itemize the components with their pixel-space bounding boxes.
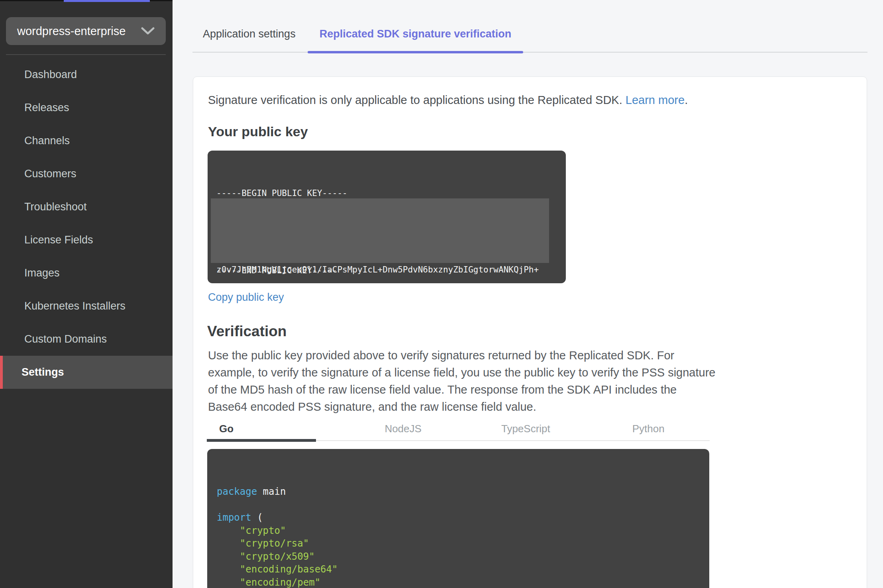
copy-public-key-link[interactable]: Copy public key [208, 291, 284, 304]
code-token: "crypto/x509" [217, 551, 315, 562]
sidebar-item-dashboard[interactable]: Dashboard [0, 58, 173, 91]
public-key-block: -----BEGIN PUBLIC KEY----- MIIBIjANBgkqh… [208, 151, 566, 283]
tab-replicated-sdk-signature-verification[interactable]: Replicated SDK signature verification [308, 16, 524, 52]
code-token: "crypto/rsa" [217, 538, 309, 549]
intro-line: Signature verification is only applicabl… [208, 94, 688, 107]
sidebar-item-kubernetes-installers[interactable]: Kubernetes Installers [0, 290, 173, 323]
sidebar-item-license-fields[interactable]: License Fields [0, 223, 173, 257]
chevron-down-icon [141, 27, 155, 35]
tab-application-settings[interactable]: Application settings [192, 16, 308, 52]
code-line: "crypto" [217, 524, 709, 537]
signature-verification-card: Signature verification is only applicabl… [193, 76, 867, 588]
sidebar-item-channels[interactable]: Channels [0, 124, 173, 157]
code-line: "crypto/rsa" [217, 537, 709, 550]
verification-heading: Verification [207, 323, 286, 340]
code-token: package [217, 486, 257, 497]
code-tab-nodejs[interactable]: NodeJS [342, 417, 465, 440]
code-line: "encoding/pem" [217, 576, 709, 588]
sidebar-item-custom-domains[interactable]: Custom Domains [0, 323, 173, 356]
code-content: package main import ( "crypto" "crypto/r… [217, 485, 709, 588]
public-key-end-line: -----END PUBLIC KEY----- [216, 264, 337, 277]
learn-more-link[interactable]: Learn more [626, 94, 685, 106]
code-tab-python[interactable]: Python [587, 417, 710, 440]
sidebar-item-customers[interactable]: Customers [0, 157, 173, 190]
verification-paragraph: Use the public key provided above to ver… [208, 347, 717, 416]
app-selector-label: wordpress-enterprise [17, 25, 141, 38]
sidebar-divider [6, 54, 166, 55]
code-block: package main import ( "crypto" "crypto/r… [207, 449, 709, 588]
code-language-tabs: Go NodeJS TypeScript Python [207, 417, 710, 441]
code-line: package main [217, 485, 709, 498]
code-line: import ( [217, 511, 709, 524]
code-token: "encoding/base64" [217, 564, 338, 575]
code-tab-typescript[interactable]: TypeScript [465, 417, 587, 440]
code-token: "crypto" [217, 525, 286, 536]
sidebar-item-images[interactable]: Images [0, 257, 173, 290]
code-token: import [217, 512, 251, 523]
code-token: "encoding/pem" [217, 577, 320, 588]
public-key-redacted-region [211, 198, 549, 263]
code-line: "crypto/x509" [217, 550, 709, 563]
settings-tabs: Application settings Replicated SDK sign… [192, 16, 867, 53]
sidebar-item-troubleshoot[interactable]: Troubleshoot [0, 190, 173, 223]
app-selector-dropdown[interactable]: wordpress-enterprise [6, 17, 166, 45]
public-key-heading: Your public key [208, 124, 308, 139]
sidebar: wordpress-enterprise Dashboard Releases … [0, 0, 173, 588]
code-tab-go[interactable]: Go [207, 417, 342, 440]
sidebar-item-settings[interactable]: Settings [0, 356, 173, 389]
code-token: ( [251, 512, 263, 523]
code-line [217, 498, 709, 512]
top-accent-bar [64, 0, 150, 2]
public-key-begin-line: -----BEGIN PUBLIC KEY----- [216, 187, 566, 200]
intro-suffix: . [685, 94, 688, 106]
code-line: "encoding/base64" [217, 563, 709, 576]
sidebar-nav: Dashboard Releases Channels Customers Tr… [0, 58, 173, 389]
intro-text: Signature verification is only applicabl… [208, 94, 626, 106]
sidebar-item-releases[interactable]: Releases [0, 91, 173, 124]
code-token: main [257, 486, 286, 497]
main-content: Application settings Replicated SDK sign… [173, 0, 883, 588]
